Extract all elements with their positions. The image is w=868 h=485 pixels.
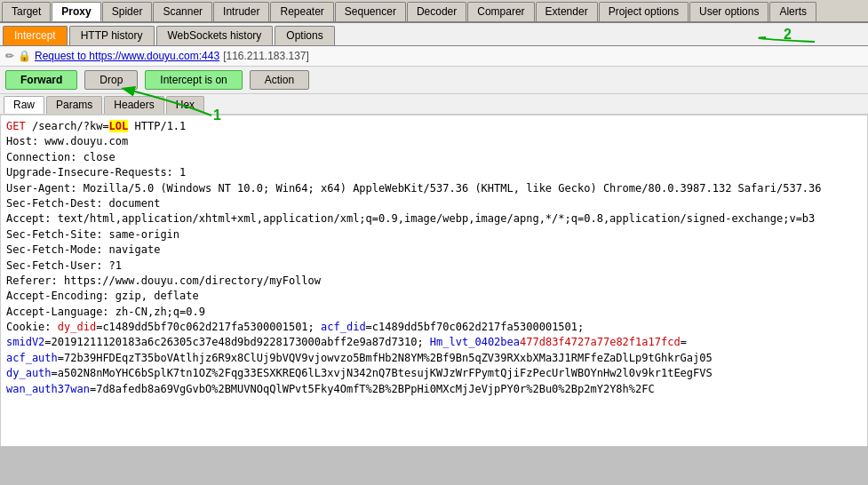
tab-project-options[interactable]: Project options bbox=[599, 2, 689, 21]
http-line-10: Sec-Fetch-User: ?1 bbox=[6, 258, 862, 274]
http-line-3: Connection: close bbox=[6, 150, 862, 165]
tab-options[interactable]: Options bbox=[275, 26, 334, 45]
http-line-6: Sec-Fetch-Dest: document bbox=[6, 196, 862, 211]
http-line-cookie-5: wan_auth37wan=7d8afedb8a69VgGvbO%2BMUVNO… bbox=[6, 382, 862, 397]
tab-spider[interactable]: Spider bbox=[102, 2, 153, 21]
drop-button[interactable]: Drop bbox=[84, 70, 138, 90]
action-button[interactable]: Action bbox=[250, 70, 309, 90]
edit-icon: ✏ bbox=[5, 50, 14, 62]
http-line-7: Accept: text/html,application/xhtml+xml,… bbox=[6, 211, 862, 227]
tab-websockets-history[interactable]: WebSockets history bbox=[156, 26, 274, 45]
request-ip: [116.211.183.137] bbox=[223, 50, 309, 62]
http-line-1: GET /search/?kw=LOL HTTP/1.1 bbox=[6, 119, 862, 134]
tab-intruder[interactable]: Intruder bbox=[213, 2, 269, 21]
tab-comparer[interactable]: Comparer bbox=[467, 2, 534, 21]
http-line-9: Sec-Fetch-Mode: navigate bbox=[6, 242, 862, 258]
http-line-2: Host: www.douyu.com bbox=[6, 134, 862, 149]
http-line-cookie-3: acf_auth=72b39HFDEqzT35boVAtlhjz6R9x8ClU… bbox=[6, 351, 862, 366]
tab-sequencer[interactable]: Sequencer bbox=[335, 2, 406, 21]
content-tabs: Raw Params Headers Hex bbox=[0, 94, 868, 115]
tab-raw[interactable]: Raw bbox=[4, 96, 44, 114]
http-line-13: Accept-Language: zh-CN,zh;q=0.9 bbox=[6, 305, 862, 320]
tab-repeater[interactable]: Repeater bbox=[270, 2, 333, 21]
http-line-8: Sec-Fetch-Site: same-origin bbox=[6, 227, 862, 242]
http-line-11: Referer: https://www.douyu.com/directory… bbox=[6, 274, 862, 289]
http-line-cookie-2: smidV2=20191211120183a6c26305c37e48d9bd9… bbox=[6, 335, 862, 350]
lock-icon: 🔒 bbox=[18, 50, 31, 62]
http-line-cookie-1: Cookie: dy_did=c1489dd5bf70c062d217fa530… bbox=[6, 320, 862, 335]
tab-http-history[interactable]: HTTP history bbox=[69, 26, 155, 45]
http-content-area[interactable]: GET /search/?kw=LOL HTTP/1.1 Host: www.d… bbox=[0, 115, 868, 447]
forward-button[interactable]: Forward bbox=[5, 70, 77, 90]
tab-extender[interactable]: Extender bbox=[536, 2, 598, 21]
tab-params[interactable]: Params bbox=[46, 96, 102, 114]
tab-user-options[interactable]: User options bbox=[689, 2, 768, 21]
tab-hex[interactable]: Hex bbox=[166, 96, 204, 114]
tab-decoder[interactable]: Decoder bbox=[407, 2, 466, 21]
http-line-cookie-4: dy_auth=a502N8nMoYHC6bSplK7tn1OZ%2Fqg33E… bbox=[6, 366, 862, 381]
sub-nav: Intercept HTTP history WebSockets histor… bbox=[0, 23, 868, 46]
tab-scanner[interactable]: Scanner bbox=[153, 2, 212, 21]
tab-proxy[interactable]: Proxy bbox=[52, 2, 100, 21]
tab-intercept[interactable]: Intercept bbox=[3, 26, 68, 45]
http-line-12: Accept-Encoding: gzip, deflate bbox=[6, 289, 862, 304]
buttons-row: Forward Drop Intercept is on Action 1 bbox=[0, 67, 868, 94]
request-url: Request to https://www.douyu.com:443 bbox=[35, 50, 219, 62]
http-line-4: Upgrade-Insecure-Requests: 1 bbox=[6, 165, 862, 180]
http-line-5: User-Agent: Mozilla/5.0 (Windows NT 10.0… bbox=[6, 181, 862, 196]
request-bar: ✏ 🔒 Request to https://www.douyu.com:443… bbox=[0, 46, 868, 67]
tab-target[interactable]: Target bbox=[2, 2, 51, 21]
top-nav: Target Proxy Spider Scanner Intruder Rep… bbox=[0, 0, 868, 23]
tab-alerts[interactable]: Alerts bbox=[769, 2, 816, 21]
intercept-on-button[interactable]: Intercept is on bbox=[145, 70, 242, 90]
tab-headers[interactable]: Headers bbox=[104, 96, 163, 114]
